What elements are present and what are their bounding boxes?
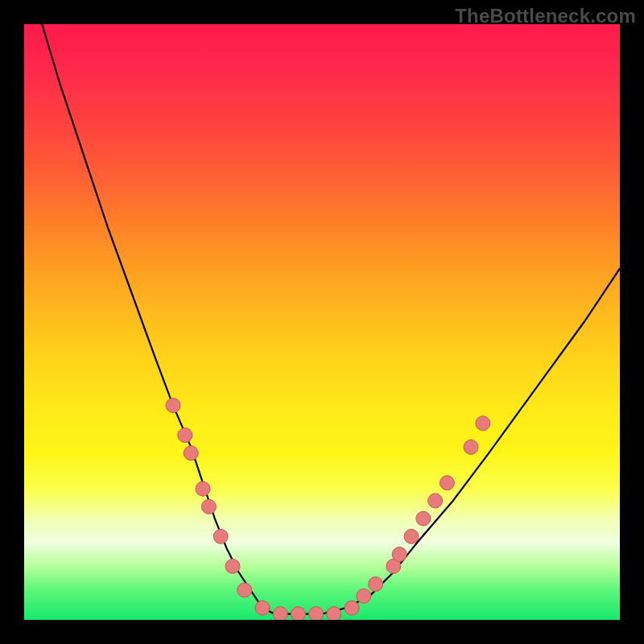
chart-svg [24,24,620,620]
marker-dot [201,499,216,514]
marker-dot [327,607,341,620]
marker-dot [166,398,180,413]
marker-dot [357,588,371,603]
marker-dot [440,476,454,490]
marker-dot [392,547,407,562]
marker-dot [255,601,270,615]
marker-dot [476,416,490,431]
marker-dot [345,601,359,615]
marker-dot [291,607,305,620]
marker-dot [309,607,324,620]
curve-layer [42,24,620,614]
marker-dot [273,607,287,620]
marker-dot [237,583,252,597]
marker-dot [404,529,419,543]
marker-dot [213,529,228,543]
marker-dot [416,511,431,526]
marker-dot [464,440,478,454]
plot-area [24,24,620,620]
marker-dot [184,446,198,460]
marker-dot [369,577,383,592]
marker-dot [225,559,240,573]
marker-dot [196,481,210,496]
outer-frame: TheBottleneck.com [0,0,644,644]
marker-dot [178,428,192,443]
watermark-text: TheBottleneck.com [455,5,636,27]
markers-layer [166,398,490,620]
marker-dot [428,493,443,508]
bottleneck-curve [42,24,620,614]
